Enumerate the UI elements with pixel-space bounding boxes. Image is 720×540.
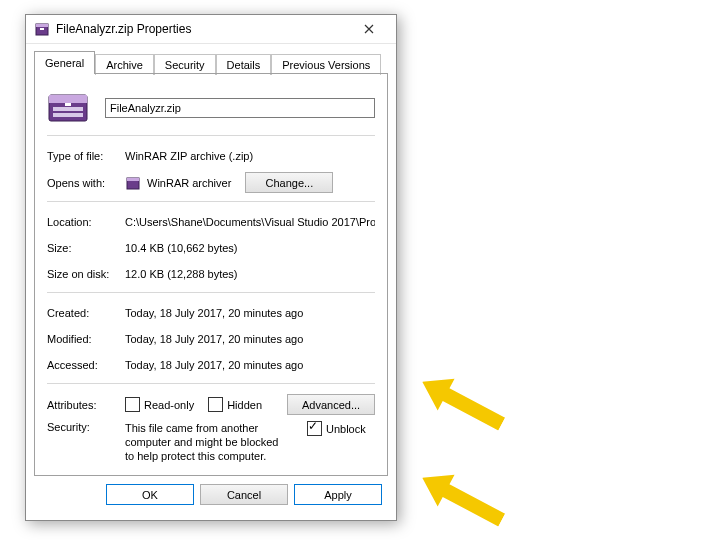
size-value: 10.4 KB (10,662 bytes): [125, 242, 375, 254]
properties-dialog: FileAnalyzr.zip Properties GeneralArchiv…: [25, 14, 397, 521]
hidden-label: Hidden: [227, 399, 262, 411]
separator: [47, 201, 375, 202]
created-value: Today, 18 July 2017, 20 minutes ago: [125, 307, 375, 319]
separator: [47, 135, 375, 136]
svg-marker-10: [414, 366, 510, 440]
modified-label: Modified:: [47, 333, 125, 345]
created-label: Created:: [47, 307, 125, 319]
accessed-value: Today, 18 July 2017, 20 minutes ago: [125, 359, 375, 371]
general-pane: Type of file: WinRAR ZIP archive (.zip) …: [34, 73, 388, 476]
svg-rect-7: [65, 103, 71, 106]
svg-rect-6: [53, 113, 83, 117]
apply-button[interactable]: Apply: [294, 484, 382, 505]
separator: [47, 292, 375, 293]
security-label: Security:: [47, 421, 125, 433]
size-on-disk-label: Size on disk:: [47, 268, 125, 280]
change-button[interactable]: Change...: [245, 172, 333, 193]
opens-with-label: Opens with:: [47, 177, 125, 189]
type-label: Type of file:: [47, 150, 125, 162]
separator: [47, 383, 375, 384]
archive-icon: [34, 21, 50, 37]
svg-rect-4: [49, 95, 87, 103]
svg-rect-9: [127, 178, 139, 181]
tab-previous-versions[interactable]: Previous Versions: [271, 54, 381, 75]
svg-rect-2: [40, 28, 44, 30]
opens-with-value: WinRAR archiver: [147, 177, 231, 189]
tab-details[interactable]: Details: [216, 54, 272, 75]
accessed-label: Accessed:: [47, 359, 125, 371]
unblock-checkbox[interactable]: [307, 421, 322, 436]
filename-input[interactable]: [105, 98, 375, 118]
hidden-checkbox[interactable]: [208, 397, 223, 412]
app-icon: [125, 175, 141, 191]
annotation-arrow-apply: [406, 447, 518, 540]
svg-rect-5: [53, 107, 83, 111]
dialog-button-row: OK Cancel Apply: [26, 484, 396, 510]
readonly-checkbox[interactable]: [125, 397, 140, 412]
tab-general[interactable]: General: [34, 51, 95, 74]
unblock-label: Unblock: [326, 423, 366, 435]
svg-marker-11: [414, 462, 510, 536]
window-title: FileAnalyzr.zip Properties: [56, 22, 350, 36]
tab-strip: GeneralArchiveSecurityDetailsPrevious Ve…: [34, 50, 388, 74]
file-type-icon: [47, 89, 89, 127]
close-button[interactable]: [350, 18, 388, 40]
tab-security[interactable]: Security: [154, 54, 216, 75]
cancel-button[interactable]: Cancel: [200, 484, 288, 505]
readonly-label: Read-only: [144, 399, 194, 411]
location-value: C:\Users\Shane\Documents\Visual Studio 2…: [125, 216, 375, 228]
location-label: Location:: [47, 216, 125, 228]
security-note: This file came from another computer and…: [125, 421, 285, 463]
ok-button[interactable]: OK: [106, 484, 194, 505]
size-label: Size:: [47, 242, 125, 254]
advanced-button[interactable]: Advanced...: [287, 394, 375, 415]
titlebar[interactable]: FileAnalyzr.zip Properties: [26, 15, 396, 44]
size-on-disk-value: 12.0 KB (12,288 bytes): [125, 268, 375, 280]
tab-archive[interactable]: Archive: [95, 54, 154, 75]
close-icon: [364, 24, 374, 34]
type-value: WinRAR ZIP archive (.zip): [125, 150, 375, 162]
attributes-label: Attributes:: [47, 399, 125, 411]
svg-rect-1: [36, 24, 48, 27]
annotation-arrow-unblock: [406, 351, 518, 455]
modified-value: Today, 18 July 2017, 20 minutes ago: [125, 333, 375, 345]
